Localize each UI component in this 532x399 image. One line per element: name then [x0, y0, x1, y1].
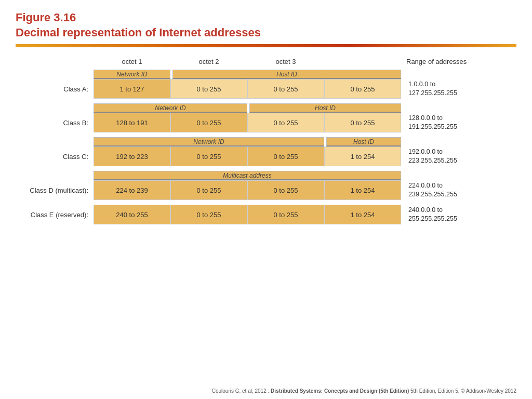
class-a-row: Class A: 1 to 127 0 to 255 0 to 255 0 to… [16, 79, 516, 99]
class-a-range: 1.0.0.0 to127.255.255.255 [401, 80, 489, 98]
class-b-octet4: 0 to 255 [324, 113, 401, 132]
class-d-octet1: 224 to 239 [94, 180, 170, 200]
class-d-label: Class D (multicast): [16, 187, 94, 194]
class-b-octet2: 0 to 255 [170, 113, 247, 132]
class-b-range: 128.0.0.0 to191.255.255.255 [401, 114, 489, 132]
class-d-octet2: 0 to 255 [170, 180, 247, 200]
class-d-octet3: 0 to 255 [247, 180, 324, 200]
main-content: octet 1 octet 2 octet 3 Range of address… [0, 47, 532, 231]
col-octet1-label: octet 1 [94, 58, 170, 65]
class-e-octet1: 240 to 255 [94, 205, 170, 224]
class-c-host-id-label: Host ID [326, 137, 401, 147]
class-e-label: Class E (reserved): [16, 211, 94, 219]
class-b-octet1: 128 to 191 [94, 113, 170, 132]
class-b-octet3: 0 to 255 [247, 113, 324, 132]
col-octet3-label: octet 3 [247, 58, 324, 65]
class-c-octet2: 0 to 255 [170, 147, 247, 166]
col-range-label: Range of addresses [401, 58, 484, 65]
class-b-host-id-label: Host ID [249, 103, 401, 113]
class-d-span-labels: Multicast address [94, 171, 516, 180]
class-b-row: Class B: 128 to 191 0 to 255 0 to 255 0 … [16, 113, 516, 132]
class-b-network-id-label: Network ID [94, 103, 247, 113]
class-a-span-labels: Network ID Host ID [94, 70, 516, 79]
page-header: Figure 3.16 Decimal representation of In… [0, 0, 532, 44]
col-octet4-label [324, 58, 401, 65]
class-d-row: Class D (multicast): 224 to 239 0 to 255… [16, 180, 516, 200]
class-c-octet1: 192 to 223 [94, 147, 170, 166]
class-d-octet4: 1 to 254 [324, 180, 401, 200]
column-headers: octet 1 octet 2 octet 3 Range of address… [94, 58, 516, 65]
class-a-host-id-label: Host ID [172, 70, 401, 79]
class-e-octet3: 0 to 255 [247, 205, 324, 224]
class-c-span-labels: Network ID Host ID [94, 137, 516, 147]
address-table: octet 1 octet 2 octet 3 Range of address… [16, 58, 516, 226]
page-title: Figure 3.16 Decimal representation of In… [16, 10, 516, 40]
class-a-octet4: 0 to 255 [324, 79, 401, 99]
class-e-octet2: 0 to 255 [170, 205, 247, 224]
class-e-range: 240.0.0.0 to255.255.255.255 [401, 206, 489, 224]
class-c-label: Class C: [16, 153, 94, 161]
class-c-row: Class C: 192 to 223 0 to 255 0 to 255 1 … [16, 147, 516, 166]
class-a-octet1: 1 to 127 [94, 79, 170, 99]
class-c-range: 192.0.0.0 to223.255.255.255 [401, 148, 489, 166]
class-e-row: Class E (reserved): 240 to 255 0 to 255 … [16, 205, 516, 224]
class-b-span-labels: Network ID Host ID [94, 103, 516, 113]
class-b-label: Class B: [16, 119, 94, 127]
class-c-network-id-label: Network ID [94, 137, 324, 147]
class-c-octet4: 1 to 254 [324, 147, 401, 166]
class-a-octet2: 0 to 255 [170, 79, 247, 99]
footer-citation: Coulouris G. et al, 2012 : Distributed S… [212, 388, 516, 394]
class-d-range: 224.0.0.0 to239.255.255.255 [401, 181, 489, 200]
col-octet2-label: octet 2 [170, 58, 247, 65]
class-a-octet3: 0 to 255 [247, 79, 324, 99]
multicast-label: Multicast address [94, 171, 401, 180]
class-e-octet4: 1 to 254 [324, 205, 401, 224]
class-a-network-id-label: Network ID [94, 70, 170, 79]
class-c-octet3: 0 to 255 [247, 147, 324, 166]
class-a-label: Class A: [16, 85, 94, 93]
